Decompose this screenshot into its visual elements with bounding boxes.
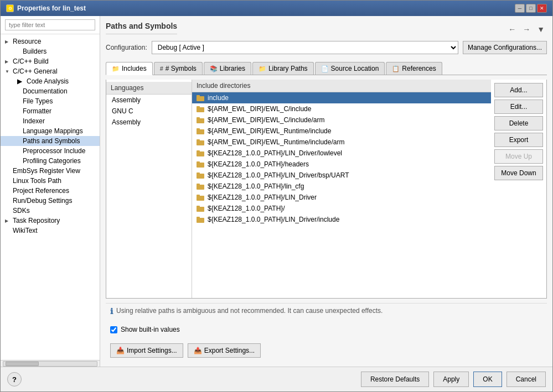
- languages-header: Languages: [106, 82, 192, 95]
- svg-rect-5: [197, 117, 200, 119]
- config-row: Configuration: Debug [ Active ] Manage C…: [106, 41, 547, 54]
- ok-button[interactable]: OK: [473, 372, 502, 387]
- folder-icon: [197, 139, 204, 145]
- dir-item-arm-ewl-c[interactable]: ${ARM_EWL_DIR}/EWL_C/include: [192, 103, 491, 114]
- dir-item-keaz-bsp-uart[interactable]: ${KEAZ128_1.0.0_PATH}/LIN_Driver/bsp/UAR…: [192, 170, 491, 181]
- export-settings-button[interactable]: 📤 Export Settings...: [188, 343, 261, 358]
- tree-item-documentation[interactable]: Documentation: [1, 86, 100, 96]
- dir-item-keaz-lin-include[interactable]: ${KEAZ128_1.0.0_PATH}/LIN_Driver/include: [192, 214, 491, 225]
- svg-rect-11: [197, 150, 200, 152]
- language-item-gnu-c[interactable]: GNU C: [106, 106, 192, 117]
- tree-item-paths-symbols[interactable]: Paths and Symbols: [1, 136, 100, 146]
- help-button[interactable]: ?: [7, 372, 22, 386]
- nav-forward-button[interactable]: →: [520, 24, 533, 35]
- libraries-icon: 📚: [210, 65, 218, 72]
- svg-rect-16: [197, 185, 204, 190]
- button-column: Add... Edit... Delete Export Move Up Mov…: [491, 80, 546, 298]
- restore-defaults-button[interactable]: Restore Defaults: [361, 372, 429, 387]
- dir-item-arm-runtime[interactable]: ${ARM_EWL_DIR}/EWL_Runtime/include: [192, 126, 491, 137]
- right-panel: Paths and Symbols ← → ▼ Configuration: D…: [100, 16, 552, 367]
- close-button[interactable]: ✕: [537, 4, 547, 13]
- tree-item-formatter[interactable]: Formatter: [1, 106, 100, 116]
- dir-item-include[interactable]: include: [192, 92, 491, 103]
- tab-library-paths[interactable]: 📁 Library Paths: [252, 62, 314, 75]
- svg-rect-22: [197, 218, 204, 223]
- minimize-button[interactable]: ─: [515, 4, 525, 13]
- folder-icon: [197, 106, 204, 112]
- folder-icon: [197, 128, 204, 134]
- directories-list: Include directories include ${ARM_EWL_DI…: [192, 80, 491, 298]
- bottom-bar: ? Restore Defaults Apply OK Cancel: [1, 367, 552, 391]
- move-down-button[interactable]: Move Down: [494, 166, 543, 180]
- tree-item-project-references[interactable]: Project References: [1, 186, 100, 196]
- svg-rect-20: [197, 207, 204, 212]
- cancel-button[interactable]: Cancel: [507, 372, 546, 387]
- tab-libraries[interactable]: 📚 Libraries: [204, 62, 251, 75]
- dir-item-keaz-lin-cfg[interactable]: ${KEAZ128_1.0.0_PATH}/lin_cfg: [192, 181, 491, 192]
- info-text: Using relative paths is ambiguous and no…: [116, 307, 383, 315]
- tabs-row: 📁 Includes # # Symbols 📚 Libraries 📁 Lib…: [106, 62, 547, 75]
- tree-item-language-mappings[interactable]: Language Mappings: [1, 126, 100, 136]
- title-bar: ⚙ Properties for lin_test ─ □ ✕: [1, 1, 552, 16]
- tree-item-resource[interactable]: ▶Resource: [1, 36, 100, 46]
- tree-item-indexer[interactable]: Indexer: [1, 116, 100, 126]
- folder-icon: [197, 161, 204, 168]
- folder-icon: [197, 205, 204, 212]
- main-content: ▶Resource Builders ▶C/C++ Build ▼C/C++ G…: [1, 16, 552, 367]
- tab-includes[interactable]: 📁 Includes: [106, 62, 153, 75]
- show-built-in-checkbox[interactable]: [110, 326, 117, 333]
- dir-item-arm-runtime-arm[interactable]: ${ARM_EWL_DIR}/EWL_Runtime/include/arm: [192, 137, 491, 148]
- tree-item-embsys-register[interactable]: EmbSys Register View: [1, 166, 100, 176]
- folder-icon: [197, 150, 204, 156]
- export-button[interactable]: Export: [494, 133, 543, 147]
- bottom-buttons: Restore Defaults Apply OK Cancel: [361, 372, 546, 387]
- svg-rect-8: [197, 140, 204, 145]
- move-up-button[interactable]: Move Up: [494, 149, 543, 164]
- tree-item-profiling-categories[interactable]: Profiling Categories: [1, 156, 100, 166]
- tree-item-file-types[interactable]: File Types: [1, 96, 100, 106]
- info-bar: ℹ Using relative paths is ambiguous and …: [106, 303, 547, 319]
- delete-button[interactable]: Delete: [494, 116, 543, 130]
- svg-rect-0: [197, 96, 204, 101]
- tree-item-linux-tools-path[interactable]: Linux Tools Path: [1, 176, 100, 186]
- tree-item-wiki-text[interactable]: WikiText: [1, 226, 100, 236]
- maximize-button[interactable]: □: [526, 4, 536, 13]
- edit-button[interactable]: Edit...: [494, 100, 543, 114]
- tab-references[interactable]: 📋 References: [386, 62, 442, 75]
- dir-item-keaz-lin-driver[interactable]: ${KEAZ128_1.0.0_PATH}/LIN_Driver: [192, 192, 491, 203]
- tree-area: ▶Resource Builders ▶C/C++ Build ▼C/C++ G…: [1, 34, 100, 360]
- apply-button[interactable]: Apply: [433, 372, 469, 387]
- config-select[interactable]: Debug [ Active ]: [152, 41, 458, 54]
- dir-item-keaz-lowlevel[interactable]: ${KEAZ128_1.0.0_PATH}/LIN_Driver/lowleve…: [192, 148, 491, 159]
- dir-item-keaz-root[interactable]: ${KEAZ128_1.0.0_PATH}/: [192, 203, 491, 214]
- language-item-assembly2[interactable]: Assembly: [106, 117, 192, 128]
- languages-list: Languages Assembly GNU C Assembly: [106, 80, 192, 298]
- library-paths-icon: 📁: [259, 65, 266, 72]
- config-label: Configuration:: [106, 44, 147, 51]
- nav-dropdown-button[interactable]: ▼: [535, 24, 547, 35]
- svg-rect-21: [197, 206, 200, 207]
- tree-item-task-repository[interactable]: ▶Task Repository: [1, 216, 100, 226]
- svg-rect-3: [197, 106, 200, 108]
- nav-back-button[interactable]: ←: [506, 24, 518, 35]
- tree-item-sdks[interactable]: SDKs: [1, 206, 100, 216]
- svg-rect-15: [197, 173, 200, 174]
- folder-icon: [197, 95, 204, 101]
- import-settings-button[interactable]: 📥 Import Settings...: [110, 343, 183, 358]
- tree-item-cpp-build[interactable]: ▶C/C++ Build: [1, 56, 100, 66]
- tree-item-builders[interactable]: Builders: [1, 46, 100, 56]
- tab-content: Languages Assembly GNU C Assembly Includ…: [106, 80, 547, 299]
- svg-rect-7: [197, 128, 200, 130]
- tree-item-cpp-general[interactable]: ▼C/C++ General: [1, 66, 100, 76]
- tab-symbols[interactable]: # # Symbols: [154, 62, 203, 75]
- language-item-assembly1[interactable]: Assembly: [106, 95, 192, 106]
- manage-configurations-button[interactable]: Manage Configurations...: [463, 41, 547, 54]
- tree-item-run-debug[interactable]: Run/Debug Settings: [1, 196, 100, 206]
- tree-item-code-analysis[interactable]: ▶Code Analysis: [1, 76, 100, 86]
- filter-input[interactable]: [5, 19, 95, 30]
- tab-source-location[interactable]: 📄 Source Location: [315, 62, 385, 75]
- add-button[interactable]: Add...: [494, 83, 543, 97]
- dir-item-keaz-headers[interactable]: ${KEAZ128_1.0.0_PATH}/headers: [192, 159, 491, 170]
- tree-item-preprocessor-include[interactable]: Preprocessor Include: [1, 146, 100, 156]
- dir-item-arm-ewl-c-arm[interactable]: ${ARM_EWL_DIR}/EWL_C/include/arm: [192, 114, 491, 126]
